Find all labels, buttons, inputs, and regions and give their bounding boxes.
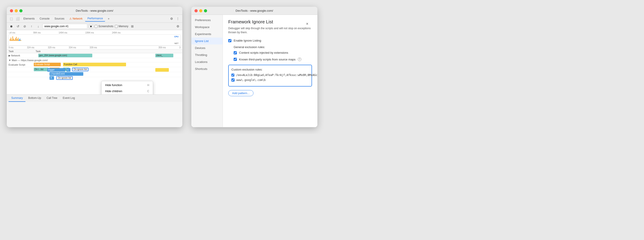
timeline-area: ◁4 ms 994 ms 1494 ms 1994 ms 2494 ms CPU… bbox=[7, 30, 182, 46]
cpu-label: CPU bbox=[174, 35, 178, 38]
bottom-tabs: Summary Bottom-Up Call Tree Event Log bbox=[7, 94, 182, 102]
custom-rule-2-row: www\.google\.com\b bbox=[232, 78, 309, 82]
right-devtools-window: DevTools - www.google.com/ Preferences W… bbox=[191, 7, 318, 127]
perf-settings-icon[interactable]: ⚙ bbox=[175, 24, 180, 29]
network-bar-1[interactable]: gen_204 (www.google.com) bbox=[38, 54, 92, 57]
left-titlebar: DevTools - www.google.com/ bbox=[7, 7, 182, 15]
nav-workspace[interactable]: Workspace bbox=[191, 24, 222, 31]
r2-3: 329 ms bbox=[48, 46, 55, 49]
tab-more[interactable]: » bbox=[106, 16, 112, 21]
left-traffic-lights bbox=[10, 9, 22, 12]
tab-console[interactable]: Console bbox=[37, 16, 52, 21]
screenshots-checkbox[interactable] bbox=[94, 25, 98, 28]
net-label: NET bbox=[174, 42, 178, 44]
nav-shortcuts[interactable]: Shortcuts bbox=[191, 65, 222, 72]
network-bar-2[interactable]: client_ bbox=[155, 54, 173, 57]
eval-label: Evaluate Script bbox=[7, 63, 34, 66]
device-icon[interactable]: ⬜ bbox=[15, 16, 20, 21]
cpu-mini-chart bbox=[10, 36, 21, 41]
inspector-icon[interactable]: ⬚ bbox=[8, 16, 14, 21]
settings-icon[interactable]: ⚙ bbox=[169, 16, 174, 21]
marker-4: 1994 ms bbox=[85, 31, 94, 34]
third-party-row: Known third-party scripts from source ma… bbox=[234, 58, 312, 61]
nav-throttling[interactable]: Throttling bbox=[191, 51, 222, 58]
custom-rule-1-text: /ee=ALeJib:B8gLwd;AfeaP:TkrAjf;Afksuc:wM… bbox=[236, 74, 318, 77]
upload-icon[interactable]: ↑ bbox=[29, 24, 34, 29]
minimize-button[interactable] bbox=[15, 9, 18, 12]
network-row: ▶ Network gen_204 (www.google.com) clien… bbox=[7, 53, 182, 58]
record-icon[interactable]: ⏺ bbox=[8, 24, 14, 29]
third-party-checkbox[interactable] bbox=[234, 58, 237, 61]
ignore-badge-2[interactable]: On ignore list bbox=[56, 76, 73, 80]
capture-icon[interactable]: ⊞ bbox=[130, 24, 135, 29]
tab-performance[interactable]: Performance bbox=[85, 16, 105, 21]
main-label: ▼ Main — https://www.google.com/ bbox=[8, 59, 48, 62]
enable-ignore-label: Enable Ignore Listing bbox=[234, 39, 261, 42]
settings-sidebar: Preferences Workspace Experiments Ignore… bbox=[191, 15, 223, 127]
menu-hide-function[interactable]: Hide function H bbox=[102, 82, 153, 88]
tab-network[interactable]: ⚠ Network bbox=[67, 16, 85, 21]
url-input[interactable] bbox=[42, 24, 87, 29]
marker-2: 994 ms bbox=[33, 31, 41, 34]
tab-elements[interactable]: Elements bbox=[21, 16, 37, 21]
left-devtools-window: DevTools - www.google.com/ ⬚ ⬜ Elements … bbox=[7, 7, 182, 127]
marker-5: 2494 ms bbox=[112, 31, 120, 34]
more-icon[interactable]: ⋮ bbox=[175, 16, 180, 21]
menu-hide-children[interactable]: Hide children C bbox=[102, 88, 153, 94]
nav-locations[interactable]: Locations bbox=[191, 58, 222, 65]
context-menu: Hide function H Hide children C Hide rep… bbox=[101, 81, 153, 94]
handleevent-bar[interactable]: z.handleEvent bbox=[50, 72, 83, 76]
marker-1: ◁4 ms bbox=[8, 31, 15, 34]
right-traffic-lights bbox=[194, 9, 207, 12]
ignore-badge-2-text: On ignore list bbox=[58, 77, 71, 79]
right-minimize-button[interactable] bbox=[199, 9, 202, 12]
close-button[interactable] bbox=[10, 9, 13, 12]
tab-summary[interactable]: Summary bbox=[8, 95, 26, 102]
c-bar[interactable]: c bbox=[66, 68, 70, 72]
clear-icon[interactable]: ⊘ bbox=[22, 24, 28, 29]
third-party-label: Known third-party scripts from source ma… bbox=[239, 58, 296, 61]
nav-devices[interactable]: Devices bbox=[191, 44, 222, 51]
dropdown-arrow[interactable]: ▾ bbox=[89, 24, 93, 28]
tab-call-tree[interactable]: Call Tree bbox=[44, 95, 60, 102]
right-close-button[interactable] bbox=[194, 9, 198, 12]
content-scripts-label: Content scripts injected by extensions bbox=[239, 51, 288, 54]
close-settings-button[interactable]: × bbox=[306, 21, 308, 26]
r2-1: 9 ms bbox=[8, 46, 14, 49]
tab-bottom-up[interactable]: Bottom-Up bbox=[26, 95, 44, 102]
nav-experiments[interactable]: Experiments bbox=[191, 31, 222, 37]
right-window-title: DevTools - www.google.com/ bbox=[236, 9, 273, 12]
settings-panel-title: Framework Ignore List bbox=[228, 19, 312, 24]
network-label: ▶ Network bbox=[7, 54, 34, 57]
trigger-bar[interactable]: trigger bbox=[47, 68, 65, 72]
add-pattern-button[interactable]: Add pattern... bbox=[228, 90, 254, 96]
custom-rule-2-checkbox[interactable] bbox=[232, 78, 234, 82]
flame-chart: Task Task ▶ Network gen_204 (www.google.… bbox=[7, 49, 182, 94]
custom-rule-1-checkbox[interactable] bbox=[232, 74, 234, 77]
main-toolbar: ⬚ ⬜ Elements Console Sources ⚠ Network P… bbox=[7, 15, 182, 23]
marker-3: 1494 ms bbox=[58, 31, 67, 34]
memory-checkbox[interactable] bbox=[115, 25, 118, 28]
nav-ignore-list[interactable]: Ignore List bbox=[191, 37, 222, 44]
settings-description: Debugger will skip through the scripts a… bbox=[228, 26, 312, 34]
trigger-row: trigger c z.handleEvent A On ignore list bbox=[7, 72, 182, 77]
maximize-button[interactable] bbox=[19, 9, 22, 12]
col-task-1: Task bbox=[8, 50, 36, 53]
evaluate-row: Evaluate Script Evaluate Script Function… bbox=[7, 62, 182, 67]
function-bar[interactable]: Function Call bbox=[63, 63, 126, 66]
info-icon[interactable]: ? bbox=[298, 58, 302, 61]
tab-event-log[interactable]: Event Log bbox=[60, 95, 78, 102]
menu-hide-function-label: Hide function bbox=[105, 83, 122, 87]
enable-ignore-checkbox[interactable] bbox=[228, 39, 232, 42]
menu-hide-children-label: Hide children bbox=[105, 89, 122, 93]
left-window-title: DevTools - www.google.com/ bbox=[76, 9, 114, 12]
reload-icon[interactable]: ↺ bbox=[15, 24, 21, 29]
tab-sources[interactable]: Sources bbox=[52, 16, 67, 21]
yellow-bar-right[interactable] bbox=[155, 68, 169, 72]
eval-bar[interactable]: Evaluate Script bbox=[34, 63, 61, 66]
content-scripts-checkbox[interactable] bbox=[234, 51, 237, 54]
a-bar[interactable]: A bbox=[50, 76, 54, 80]
right-maximize-button[interactable] bbox=[204, 9, 207, 12]
nav-preferences[interactable]: Preferences bbox=[191, 17, 222, 24]
download-icon[interactable]: ↓ bbox=[36, 24, 41, 29]
